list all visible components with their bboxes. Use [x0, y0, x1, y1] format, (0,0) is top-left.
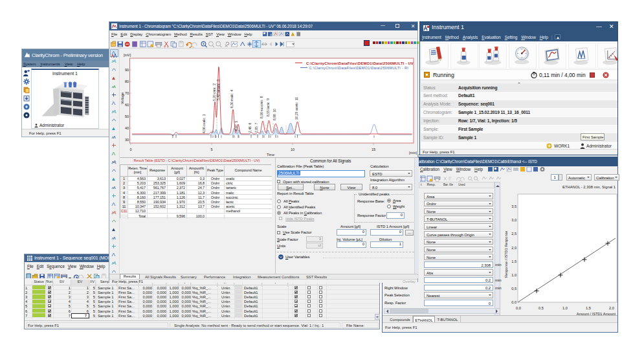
- svg-text:5,42 tartaric 3: 5,42 tartaric 3: [216, 80, 220, 100]
- svg-text:Voltage: Voltage: [120, 93, 124, 104]
- svg-text:2,5: 2,5: [511, 232, 516, 236]
- svg-text:0,0: 0,0: [516, 306, 521, 310]
- svg-text:10,25 acetic 11: 10,25 acetic 11: [294, 97, 298, 120]
- svg-text:30: 30: [125, 138, 129, 142]
- svg-text:40: 40: [125, 126, 129, 130]
- svg-text:6,30 malic 4: 6,30 malic 4: [230, 89, 234, 108]
- svg-text:60: 60: [125, 103, 129, 107]
- svg-text:1,5: 1,5: [511, 260, 516, 263]
- svg-text:8,98 10: 8,98 10: [272, 109, 276, 120]
- svg-text:8,55 lactic 9: 8,55 lactic 9: [266, 98, 270, 116]
- svg-text:1,0: 1,0: [511, 273, 516, 277]
- svg-text:7,85 7: 7,85 7: [254, 122, 258, 133]
- svg-text:90: 90: [125, 68, 129, 72]
- svg-text:10: 10: [291, 148, 294, 151]
- svg-text:8,16 succinic 8: 8,16 succinic 8: [260, 96, 263, 118]
- svg-text:C:\ClarityChrom\DataFiles\DEMO: C:\ClarityChrom\DataFiles\DEMO1\Data\250…: [306, 61, 414, 65]
- svg-text:80: 80: [125, 80, 129, 83]
- svg-text:3,0: 3,0: [511, 218, 516, 222]
- svg-text:5: 5: [210, 148, 212, 151]
- svg-text:2,0: 2,0: [511, 246, 516, 250]
- svg-text:0: 0: [129, 148, 131, 151]
- svg-text:Time: Time: [267, 153, 274, 157]
- svg-text:C:\ClarityChrom\DataFiles\DEMO: C:\ClarityChrom\DataFiles\DEMO1\Data\250…: [309, 66, 409, 70]
- svg-text:70: 70: [125, 91, 129, 95]
- svg-text:0,5: 0,5: [539, 306, 544, 310]
- svg-text:7,46 6: 7,46 6: [248, 122, 252, 133]
- svg-text:0,0: 0,0: [511, 300, 516, 304]
- svg-text:0,5: 0,5: [511, 287, 516, 291]
- svg-text:Response / ISTD1 Response: Response / ISTD1 Response: [504, 231, 508, 278]
- svg-text:[mV]: [mV]: [124, 53, 131, 57]
- svg-text:ETHANOL - 2,308 min, Signal 1: ETHANOL - 2,308 min, Signal 1: [562, 185, 616, 189]
- svg-text:50: 50: [125, 115, 129, 118]
- svg-text:4,56 oxalic 1: 4,56 oxalic 1: [202, 114, 206, 133]
- svg-text:3,5: 3,5: [511, 205, 516, 208]
- svg-text:15: 15: [372, 148, 375, 151]
- svg-text:6,97 5: 6,97 5: [234, 120, 238, 131]
- svg-text:1,0: 1,0: [562, 306, 568, 310]
- svg-text:2,0: 2,0: [609, 306, 614, 310]
- svg-text:[min]: [min]: [409, 151, 417, 155]
- svg-text:1,5: 1,5: [586, 306, 591, 310]
